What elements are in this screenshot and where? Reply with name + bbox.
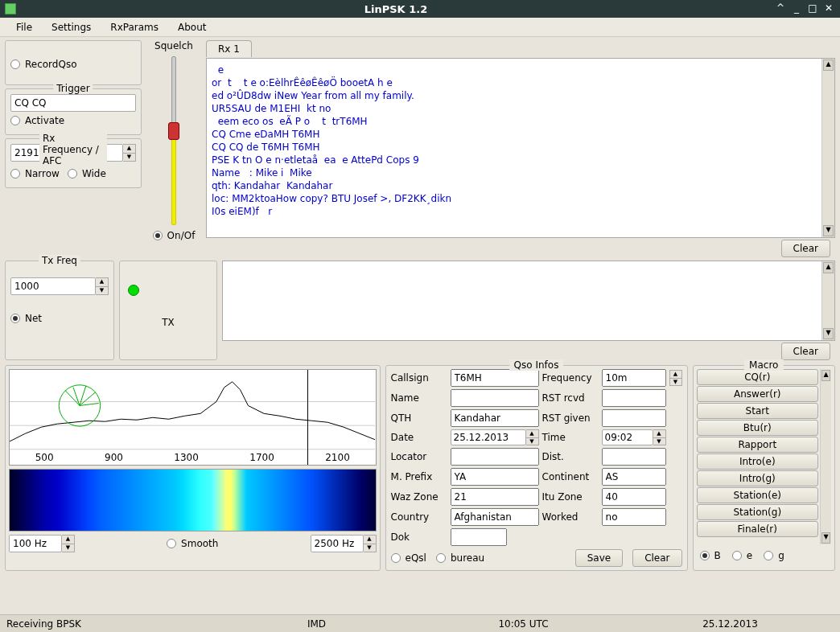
macro-button-1[interactable]: Answer(r) [697, 386, 818, 402]
spectrum-panel: 500 900 1300 1700 2100 ▲▼ Smooth ▲▼ [5, 365, 381, 571]
qso-panel: Qso Infos CallsignFrequency▲▼ NameRST rc… [385, 365, 688, 571]
name-input[interactable] [451, 389, 539, 407]
rx-tab-1[interactable]: Rx 1 [206, 40, 252, 57]
macro-button-4[interactable]: Rapport [697, 437, 818, 453]
trigger-input[interactable] [10, 94, 136, 112]
svg-line-6 [65, 391, 80, 406]
rx-textview: e or t t e o:EèlhrÊêøÊêøÖ booetA h e ed … [206, 58, 835, 238]
status-date: 25.12.2013 [627, 618, 834, 630]
tx-led [128, 285, 139, 296]
callsign-input[interactable] [451, 369, 539, 387]
tx-clear-button[interactable]: Clear [781, 343, 830, 360]
macro-button-2[interactable]: Start [697, 403, 818, 419]
macro-scrollbar[interactable]: ▲▼ [820, 369, 831, 544]
date-spin[interactable]: ▲▼ [451, 429, 539, 445]
narrow-radio[interactable]: Narrow [10, 168, 60, 179]
qso-save-button[interactable]: Save [575, 549, 623, 567]
eqsl-radio[interactable]: eQsl [391, 552, 426, 564]
app-icon [5, 3, 16, 14]
squelch-onoff[interactable]: On/Of [146, 230, 201, 241]
worked-input[interactable] [602, 508, 666, 526]
squelch-box: Squelch On/Of [146, 40, 201, 257]
rxfreq-box: Rx Frequency / AFC ▲▼ Narrow Wide [5, 138, 142, 188]
time-spin[interactable]: ▲▼ [602, 429, 666, 445]
rollup-button[interactable]: ^ [774, 2, 787, 15]
status-imd: IMD [213, 618, 420, 630]
minimize-button[interactable]: _ [790, 2, 803, 15]
bureau-radio[interactable]: bureau [436, 552, 484, 564]
maximize-button[interactable]: □ [806, 2, 819, 15]
menu-settings[interactable]: Settings [42, 18, 101, 36]
activate-radio[interactable]: Activate [10, 115, 136, 126]
titlebar: LinPSK 1.2 ^ _ □ ✕ [0, 0, 840, 18]
menubar: File Settings RxParams About [0, 18, 840, 37]
status-mode: Receiving BPSK [6, 618, 213, 630]
menu-file[interactable]: File [6, 18, 42, 36]
wide-radio[interactable]: Wide [68, 168, 106, 179]
menu-about[interactable]: About [168, 18, 216, 36]
macro-button-0[interactable]: CQ(r) [697, 369, 818, 385]
dist-input[interactable] [602, 448, 666, 466]
macro-button-8[interactable]: Station(g) [697, 504, 818, 520]
macro-radio-b[interactable]: B [700, 550, 721, 561]
spectrum-plot[interactable]: 500 900 1300 1700 2100 [9, 369, 377, 466]
txfreq-spin[interactable]: ▲▼ [10, 277, 109, 295]
statusbar: Receiving BPSK IMD 10:05 UTC 25.12.2013 [0, 614, 840, 632]
macro-radio-g[interactable]: g [764, 550, 784, 561]
tx-scrollbar[interactable]: ▲▼ [821, 261, 834, 340]
tx-box: TX [119, 261, 217, 360]
svg-line-8 [73, 388, 80, 406]
rstgiven-input[interactable] [602, 409, 666, 427]
close-button[interactable]: ✕ [822, 2, 835, 15]
macro-button-9[interactable]: Finale(r) [697, 521, 818, 537]
macro-radio-e[interactable]: e [732, 550, 752, 561]
country-input[interactable] [451, 508, 539, 526]
qso-clear-button[interactable]: Clear [632, 549, 681, 567]
macro-button-3[interactable]: Btu(r) [697, 420, 818, 436]
macro-button-5[interactable]: Intro(e) [697, 453, 818, 470]
waterfall-plot[interactable] [9, 469, 377, 531]
rx-clear-button[interactable]: Clear [781, 240, 830, 257]
tx-button[interactable]: TX [154, 309, 183, 336]
frequency-input[interactable] [602, 369, 666, 387]
rstrcvd-input[interactable] [602, 389, 666, 407]
recordqso-box: RecordQso [5, 40, 142, 85]
rx-scrollbar[interactable]: ▲▼ [821, 59, 834, 237]
macro-button-7[interactable]: Station(e) [697, 487, 818, 503]
trigger-box: Trigger Activate [5, 88, 142, 135]
freq-low-spin[interactable]: ▲▼ [9, 535, 75, 552]
recordqso-radio[interactable]: RecordQso [10, 59, 136, 70]
smooth-radio[interactable]: Smooth [83, 538, 303, 549]
dok-input[interactable] [451, 528, 507, 546]
qth-input[interactable] [451, 409, 539, 427]
freq-high-spin[interactable]: ▲▼ [311, 535, 377, 552]
tx-textview[interactable]: ▲▼ [222, 261, 835, 341]
macro-button-6[interactable]: Intro(g) [697, 470, 818, 486]
mprefix-input[interactable] [451, 468, 539, 486]
macro-panel: Macro CQ(r)Answer(r)StartBtu(r)RapportIn… [693, 365, 835, 571]
squelch-slider[interactable] [171, 56, 176, 225]
txfreq-box: Tx Freq ▲▼ Net [5, 261, 114, 360]
status-utc: 10:05 UTC [420, 618, 627, 630]
locator-input[interactable] [451, 448, 539, 466]
menu-rxparams[interactable]: RxParams [101, 18, 168, 36]
wazzone-input[interactable] [451, 488, 539, 506]
net-radio[interactable]: Net [10, 313, 109, 324]
continent-input[interactable] [602, 468, 666, 486]
ituzone-input[interactable] [602, 488, 666, 506]
window-title: LinPSK 1.2 [21, 3, 771, 15]
freq-stepper[interactable]: ▲▼ [669, 370, 682, 386]
